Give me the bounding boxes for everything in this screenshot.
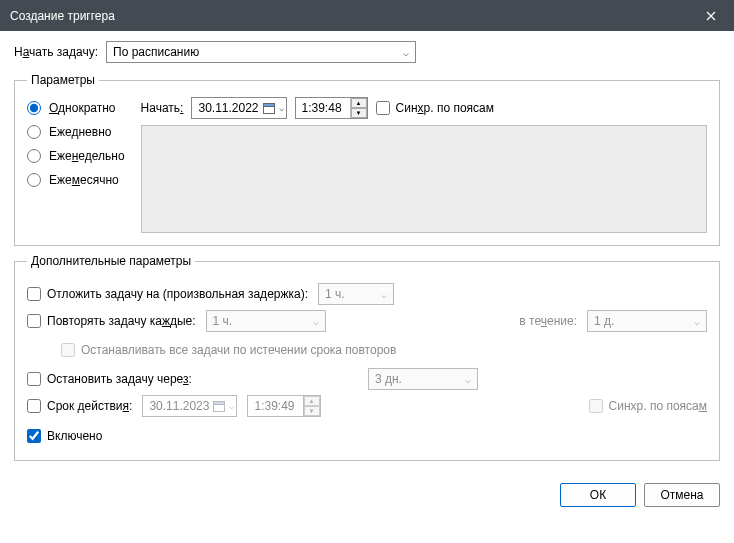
titlebar: Создание триггера: [0, 0, 734, 31]
advanced-group: Дополнительные параметры Отложить задачу…: [14, 254, 720, 461]
spinner-down-button[interactable]: ▼: [351, 108, 367, 118]
begin-task-value: По расписанию: [113, 45, 199, 59]
spinner-up-button: ▲: [304, 396, 320, 406]
start-date-field[interactable]: 30.11.2022 ⌵: [191, 97, 286, 119]
delay-input[interactable]: [27, 287, 41, 301]
sync-timezone-checkbox[interactable]: Синхр. по поясам: [376, 101, 494, 115]
repeat-input[interactable]: [27, 314, 41, 328]
enabled-checkbox[interactable]: Включено: [27, 429, 102, 443]
chevron-down-icon: ⌵: [465, 374, 471, 385]
window-title: Создание триггера: [10, 9, 688, 23]
expire-sync-input: [589, 399, 603, 413]
advanced-legend: Дополнительные параметры: [27, 254, 195, 268]
time-spinner: ▲ ▼: [350, 98, 367, 118]
parameters-legend: Параметры: [27, 73, 99, 87]
stop-after-checkbox[interactable]: Остановить задачу через:: [27, 372, 192, 386]
expire-label: Срок действия:: [47, 399, 132, 413]
enabled-label: Включено: [47, 429, 102, 443]
time-spinner: ▲ ▼: [303, 396, 320, 416]
start-time-value: 1:39:48: [296, 101, 350, 115]
radio-once[interactable]: Однократно: [27, 101, 125, 115]
spinner-down-button: ▼: [304, 406, 320, 416]
repeat-label: Повторять задачу каждые:: [47, 314, 196, 328]
radio-weekly[interactable]: Еженедельно: [27, 149, 125, 163]
sync-timezone-input[interactable]: [376, 101, 390, 115]
radio-weekly-label: Еженедельно: [49, 149, 125, 163]
chevron-down-icon: ⌵: [229, 401, 234, 411]
cancel-button[interactable]: Отмена: [644, 483, 720, 507]
delay-combo: 1 ч. ⌵: [318, 283, 394, 305]
expire-sync-label: Синхр. по поясам: [609, 399, 707, 413]
schedule-details-pane: [141, 125, 707, 233]
repeat-interval-combo: 1 ч. ⌵: [206, 310, 326, 332]
svg-rect-1: [263, 104, 274, 107]
repeat-checkbox[interactable]: Повторять задачу каждые:: [27, 314, 196, 328]
radio-once-label: Однократно: [49, 101, 116, 115]
sync-timezone-label: Синхр. по поясам: [396, 101, 494, 115]
expire-date-field: 30.11.2023 ⌵: [142, 395, 237, 417]
chevron-down-icon: ⌵: [279, 103, 284, 113]
radio-weekly-input[interactable]: [27, 149, 41, 163]
expire-checkbox[interactable]: Срок действия:: [27, 399, 132, 413]
repeat-for-label: в течение:: [519, 314, 577, 328]
enabled-input[interactable]: [27, 429, 41, 443]
delay-checkbox[interactable]: Отложить задачу на (произвольная задержк…: [27, 287, 308, 301]
parameters-group: Параметры Однократно Ежедневно Еженедель…: [14, 73, 720, 246]
expire-input[interactable]: [27, 399, 41, 413]
radio-daily[interactable]: Ежедневно: [27, 125, 125, 139]
start-date-value: 30.11.2022: [198, 101, 258, 115]
radio-once-input[interactable]: [27, 101, 41, 115]
begin-task-combo[interactable]: По расписанию ⌵: [106, 41, 416, 63]
chevron-down-icon: ⌵: [313, 316, 319, 327]
delay-value: 1 ч.: [325, 287, 345, 301]
delay-label: Отложить задачу на (произвольная задержк…: [47, 287, 308, 301]
chevron-down-icon: ⌵: [381, 289, 387, 300]
expire-date-value: 30.11.2023: [149, 399, 209, 413]
repeat-for-combo: 1 д. ⌵: [587, 310, 707, 332]
stop-after-value: 3 дн.: [375, 372, 402, 386]
stop-after-label: Остановить задачу через:: [47, 372, 192, 386]
radio-monthly[interactable]: Ежемесячно: [27, 173, 125, 187]
stop-all-checkbox: Останавливать все задачи по истечении ср…: [61, 343, 396, 357]
spinner-up-button[interactable]: ▲: [351, 98, 367, 108]
chevron-down-icon: ⌵: [694, 316, 700, 327]
stop-after-combo: 3 дн. ⌵: [368, 368, 478, 390]
calendar-icon: [213, 400, 225, 412]
start-label: Начать:: [141, 101, 184, 115]
expire-sync-checkbox: Синхр. по поясам: [589, 399, 707, 413]
radio-daily-label: Ежедневно: [49, 125, 111, 139]
repeat-for-value: 1 д.: [594, 314, 614, 328]
start-time-field[interactable]: 1:39:48 ▲ ▼: [295, 97, 368, 119]
calendar-icon: [263, 102, 275, 114]
close-icon: [706, 11, 716, 21]
stop-all-input: [61, 343, 75, 357]
radio-daily-input[interactable]: [27, 125, 41, 139]
radio-monthly-input[interactable]: [27, 173, 41, 187]
expire-time-field: 1:39:49 ▲ ▼: [247, 395, 320, 417]
radio-monthly-label: Ежемесячно: [49, 173, 119, 187]
ok-button[interactable]: ОК: [560, 483, 636, 507]
repeat-interval-value: 1 ч.: [213, 314, 233, 328]
expire-time-value: 1:39:49: [248, 399, 302, 413]
dialog-footer: ОК Отмена: [0, 473, 734, 517]
stop-after-input[interactable]: [27, 372, 41, 386]
close-button[interactable]: [688, 0, 734, 31]
begin-task-label: Начать задачу:: [14, 45, 98, 59]
chevron-down-icon: ⌵: [403, 47, 409, 58]
stop-all-label: Останавливать все задачи по истечении ср…: [81, 343, 396, 357]
svg-rect-3: [214, 402, 225, 405]
schedule-radio-group: Однократно Ежедневно Еженедельно Ежемеся…: [27, 97, 125, 187]
